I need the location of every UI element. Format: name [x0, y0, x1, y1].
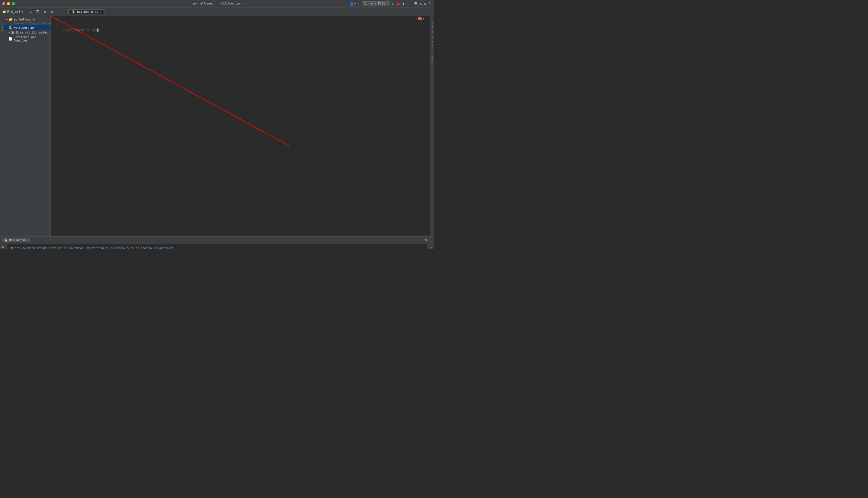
toolbar-separator	[26, 9, 26, 14]
tree-item-external-libs-label: External Libraries	[16, 31, 48, 34]
folder-icon: 📁	[9, 17, 13, 21]
endpoints-panel-label[interactable]: Endpoints	[430, 49, 434, 63]
run-side-toolbar: ▶ ↑ ■ 🔧 ↓ ≡ ⊟ ↗ 📌 🗑	[0, 244, 7, 249]
project-folder-icon: 📁	[2, 10, 6, 14]
line-num-2: 2	[52, 22, 58, 28]
more-vert-icon[interactable]: ⋮	[428, 2, 431, 6]
python-path-link[interactable]: /Users/jayhua/anaconda3/envs/py37/bin/py…	[10, 246, 83, 249]
python-file-icon: 🐍	[72, 10, 76, 14]
current-file-label: Current File	[364, 2, 385, 5]
main-toolbar: 📁 Project ▾ ⊞ ☰ ⇅ ⚙ – 🐍 HelloWord.py ✕	[0, 8, 434, 16]
file-tab-label: HelloWord.py	[77, 10, 98, 14]
run-tab-helloword[interactable]: 🐍 HelloWord ✕	[2, 238, 30, 243]
run-output: /Users/jayhua/anaconda3/envs/py37/bin/py…	[7, 244, 427, 249]
tree-expand-icon-libs: ▶	[9, 31, 10, 34]
structure-panel-label[interactable]: Structure	[429, 247, 432, 249]
tree-item-scratches-label: Scratches and Consoles	[14, 35, 50, 42]
file-tab-close-icon[interactable]: ✕	[100, 10, 101, 13]
project-tree: ▶ 📁 py_helloword ~/Documents/py/py_hello…	[4, 16, 51, 236]
maximize-button[interactable]	[12, 2, 15, 5]
run-content: ▶ ↑ ■ 🔧 ↓ ≡ ⊟ ↗ 📌 🗑 /Users/jayhua/anacon…	[0, 244, 434, 249]
right-panel-strip: Database SciView Endpoints	[430, 16, 434, 236]
notification-badge: 1	[418, 17, 422, 20]
tree-root-path: ~/Documents/py/py_helloword	[4, 22, 51, 25]
current-file-dropdown[interactable]: Current File ▾	[362, 1, 390, 6]
search-icon[interactable]: 🔍	[414, 2, 418, 6]
close-button[interactable]	[2, 2, 5, 5]
tree-item-scratches[interactable]: 📄 Scratches and Consoles	[4, 35, 51, 43]
project-chevron-icon: ▾	[22, 10, 24, 14]
notification-up-icon[interactable]: ▲	[423, 17, 424, 20]
sciview-panel-label[interactable]: SciView	[430, 36, 434, 47]
list-icon[interactable]: ☰	[35, 9, 41, 15]
collapse-icon[interactable]: –	[56, 9, 62, 15]
run-more-icon[interactable]: ⋮	[428, 238, 432, 242]
minimize-button[interactable]	[7, 2, 10, 5]
run-settings-icon[interactable]: ⚙	[425, 238, 427, 242]
title-bar: py_helloword – HelloWord.py 👤▾ ← Current…	[0, 0, 434, 8]
window-controls[interactable]	[2, 2, 15, 5]
project-dropdown[interactable]: 📁 Project ▾	[2, 10, 24, 14]
tree-item-root[interactable]: ▶ 📁 py_helloword	[4, 17, 51, 22]
run-tab-icon: 🐍	[4, 238, 8, 242]
settings-icon[interactable]: ⚙	[424, 2, 426, 6]
python-icon: 🐍	[9, 26, 13, 29]
run-tab-close-icon[interactable]: ✕	[26, 239, 28, 241]
tree-item-helloword-label: HelloWord.py	[14, 26, 35, 29]
editor-area[interactable]: 1 2 3 print("Hello Word") ⚠ 1 ▲	[51, 16, 430, 236]
project-tab-label[interactable]: Project	[1, 22, 3, 32]
code-line-2	[63, 22, 428, 28]
line-numbers: 1 2 3	[51, 16, 61, 236]
layout-icon[interactable]: ⊞	[28, 9, 34, 15]
run-play-button[interactable]: ▶	[1, 245, 6, 249]
library-icon: 📚	[11, 30, 15, 34]
run-panel: 🐍 HelloWord ✕ ⚙ ⋮ ▶ ↑ ■ 🔧 ↓ ≡ ⊟ ↗ 📌 🗑 /U…	[0, 236, 434, 249]
line-num-1: 1	[52, 17, 58, 22]
notification-icon: ⚠	[415, 17, 417, 20]
script-path-link[interactable]: /Users/jayhua/Documents/py/py_helloword/…	[85, 246, 173, 249]
chevron-down-icon: ▾	[386, 2, 388, 5]
run-panel-right: Structure	[427, 244, 434, 249]
sort-icon[interactable]: ⇅	[42, 9, 48, 15]
editor-notification: ⚠ 1 ▲	[415, 17, 424, 20]
tree-item-external-libs[interactable]: ▶ 📚 External Libraries	[4, 30, 51, 35]
line-num-3: 3	[52, 28, 58, 33]
coverage-icon[interactable]: ◑	[402, 2, 404, 6]
back-icon[interactable]: ←	[358, 2, 360, 6]
code-line-3: print("Hello Word")	[63, 28, 428, 33]
debug-icon[interactable]: 🐞	[396, 2, 400, 6]
code-line-1	[63, 17, 428, 22]
more-icon[interactable]: ⋯	[406, 2, 408, 6]
database-panel-label[interactable]: Database	[430, 21, 434, 34]
run-cmd-line[interactable]: /Users/jayhua/anaconda3/envs/py37/bin/py…	[10, 246, 424, 249]
keyword-print: print	[63, 28, 72, 32]
editor-content: 1 2 3 print("Hello Word")	[51, 16, 430, 236]
main-layout: Project ▶ 📁 py_helloword ~/Documents/py/…	[0, 16, 434, 236]
project-label-text: Project	[7, 10, 21, 14]
string-literal: "Hello Word"	[74, 28, 97, 32]
window-title: py_helloword – HelloWord.py	[193, 2, 241, 5]
file-tab-helloword[interactable]: 🐍 HelloWord.py ✕	[68, 9, 105, 14]
run-icon[interactable]: ▶	[392, 2, 394, 6]
text-cursor	[97, 28, 97, 32]
code-editor[interactable]: print("Hello Word")	[61, 16, 430, 236]
left-panel-strip: Project	[0, 16, 4, 236]
title-bar-actions: 👤▾ ← Current File ▾ ▶ 🐞 ◑ ⋯ 🔍 ⊕ ⚙ ⋮	[349, 1, 431, 6]
add-icon[interactable]: ⊕	[420, 2, 422, 6]
user-icon[interactable]: 👤▾	[349, 2, 356, 6]
tree-item-root-label: py_helloword	[14, 18, 35, 21]
scratches-icon: 📄	[9, 37, 13, 41]
settings2-icon[interactable]: ⚙	[49, 9, 55, 15]
file-tab-bar: 🐍 HelloWord.py ✕	[68, 9, 432, 14]
run-tab-label: HelloWord	[9, 238, 25, 242]
tree-item-helloword[interactable]: 🐍 HelloWord.py	[4, 25, 51, 30]
run-panel-header: 🐍 HelloWord ✕ ⚙ ⋮	[0, 236, 434, 244]
tree-expand-icon: ▶	[6, 18, 8, 21]
